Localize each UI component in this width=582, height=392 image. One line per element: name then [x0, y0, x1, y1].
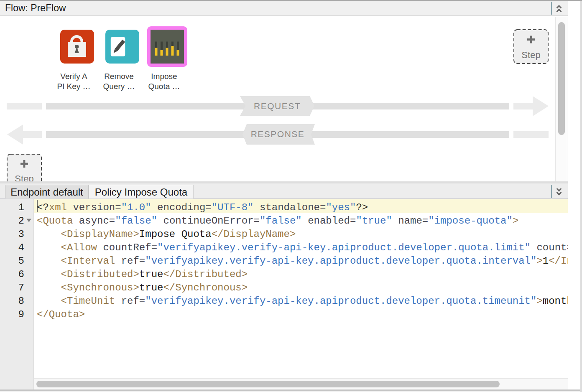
svg-text:RESPONSE: RESPONSE	[251, 129, 305, 139]
svg-text:REQUEST: REQUEST	[254, 101, 301, 111]
svg-text:Step: Step	[521, 50, 540, 60]
